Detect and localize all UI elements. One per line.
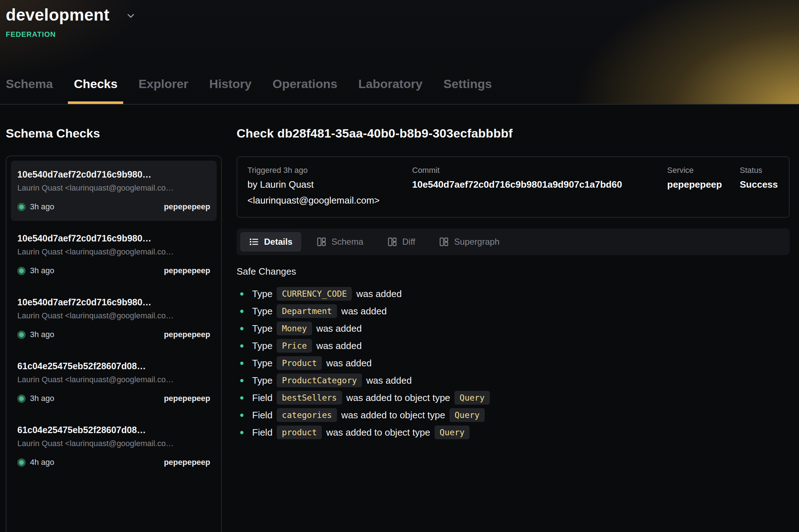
bullet-icon [240,379,243,382]
check-id: 10e540d7aef72c0d716c9b980… [17,169,210,180]
check-id: 61c04e25475eb52f28607d08… [17,361,210,371]
bullet-icon [240,362,243,365]
summary-status: Status Success [740,165,789,208]
commit-label: Commit [412,165,667,176]
check-summary-box: Triggered 3h ago by Laurin Quast <laurin… [237,156,790,218]
check-author: Laurin Quast <laurinquast@googlemail.co… [17,375,210,384]
check-list: 10e540d7aef72c0d716c9b980… Laurin Quast … [6,156,222,532]
project-switcher[interactable] [125,10,136,23]
status-success-icon [17,331,26,339]
object-type-chip: Query [449,408,484,422]
type-name-chip: Price [277,339,312,353]
bullet-icon [240,292,243,296]
change-item: Type Product was added [237,356,790,370]
project-title: development [6,5,109,25]
check-time: 3h ago [30,202,54,212]
field-name-chip: bestSellers [277,391,342,405]
list-icon [249,237,259,247]
federation-badge: FEDERATION [6,30,799,39]
service-label: Service [667,165,740,176]
change-item: Type Price was added [237,339,790,353]
check-view-tabs: Details Schema Diff Supergraph [237,228,790,255]
check-list-item[interactable]: 10e540d7aef72c0d716c9b980… Laurin Quast … [11,224,217,285]
tab-checks[interactable]: Checks [74,77,117,104]
service-name: pepepepeep [667,177,740,192]
change-item: Field product was added to object type Q… [237,425,790,440]
check-detail-panel: Check db28f481-35aa-40b0-b8b9-303ecfabbb… [237,105,790,442]
check-list-item[interactable]: 61c04e25475eb52f28607d08… Laurin Quast <… [11,416,217,476]
check-author: Laurin Quast <laurinquast@googlemail.co… [17,183,210,193]
field-name-chip: categories [277,408,337,422]
view-tab-diff[interactable]: Diff [379,232,424,252]
type-name-chip: Department [277,304,337,318]
triggered-by: by Laurin Quast [247,177,412,192]
field-name-chip: product [277,426,322,439]
columns-icon [439,237,449,247]
check-author: Laurin Quast <laurinquast@googlemail.co… [17,247,210,257]
columns-icon [316,237,327,247]
summary-triggered: Triggered 3h ago by Laurin Quast <laurin… [247,165,412,208]
change-item: Field categories was added to object typ… [237,408,790,422]
status-success-icon [17,203,26,211]
check-service: pepepepeep [164,266,210,275]
commit-hash: 10e540d7aef72c0d716c9b9801a9d907c1a7bd60 [412,177,667,192]
status-success-icon [17,267,26,275]
check-time: 3h ago [30,266,54,275]
change-item: Type Department was added [237,304,790,318]
check-list-item[interactable]: 10e540d7aef72c0d716c9b980… Laurin Quast … [11,161,217,221]
check-id: 10e540d7aef72c0d716c9b980… [17,297,210,308]
check-title: Check db28f481-35aa-40b0-b8b9-303ecfabbb… [237,126,790,140]
sidebar-heading: Schema Checks [6,126,222,140]
bullet-icon [240,310,243,313]
bullet-icon [240,396,243,400]
change-item: Type CURRENCY_CODE was added [237,287,790,301]
summary-commit: Commit 10e540d7aef72c0d716c9b9801a9d907c… [412,165,667,208]
check-time: 4h ago [30,458,54,467]
check-service: pepepepeep [164,458,210,467]
view-tab-details[interactable]: Details [240,232,301,252]
view-tab-schema[interactable]: Schema [308,232,372,252]
tab-laboratory[interactable]: Laboratory [358,77,423,104]
tab-history[interactable]: History [209,77,251,104]
triggered-label: Triggered 3h ago [247,165,412,176]
check-time: 3h ago [30,394,54,403]
object-type-chip: Query [454,391,489,405]
summary-service: Service pepepepeep [667,165,740,208]
tab-operations[interactable]: Operations [272,77,337,104]
check-service: pepepepeep [164,330,210,339]
tab-settings[interactable]: Settings [444,77,492,104]
check-service: pepepepeep [164,394,210,403]
status-success-icon [17,458,26,467]
columns-icon [387,237,397,247]
object-type-chip: Query [435,426,470,439]
status-success-icon [17,394,26,403]
type-name-chip: CURRENCY_CODE [277,287,352,301]
status-label: Status [740,165,789,176]
safe-changes-heading: Safe Changes [237,266,790,277]
change-item: Field bestSellers was added to object ty… [237,391,790,405]
triggered-email: <laurinquast@googlemail.com> [247,193,412,208]
main-nav: Schema Checks Explorer History Operation… [6,77,492,104]
tab-explorer[interactable]: Explorer [138,77,188,104]
bullet-icon [240,414,243,417]
bullet-icon [240,344,243,348]
page-header: development FEDERATION Schema Checks Exp… [0,0,799,105]
check-id: 61c04e25475eb52f28607d08… [17,425,210,435]
type-name-chip: ProductCategory [277,374,362,387]
check-id: 10e540d7aef72c0d716c9b980… [17,233,210,244]
bullet-icon [240,431,243,434]
check-author: Laurin Quast <laurinquast@googlemail.co… [17,311,210,320]
safe-changes-list: Type CURRENCY_CODE was added Type Depart… [237,287,790,440]
check-author: Laurin Quast <laurinquast@googlemail.co… [17,439,210,448]
tab-schema[interactable]: Schema [6,77,53,104]
chevron-down-icon [125,10,136,21]
check-list-item[interactable]: 61c04e25475eb52f28607d08… Laurin Quast <… [11,352,217,413]
change-item: Type Money was added [237,321,790,336]
check-list-item[interactable]: 10e540d7aef72c0d716c9b980… Laurin Quast … [11,288,217,349]
check-time: 3h ago [30,330,54,339]
type-name-chip: Money [277,322,312,335]
bullet-icon [240,327,243,330]
view-tab-supergraph[interactable]: Supergraph [430,232,508,252]
status-value: Success [740,177,789,192]
type-name-chip: Product [277,356,322,370]
